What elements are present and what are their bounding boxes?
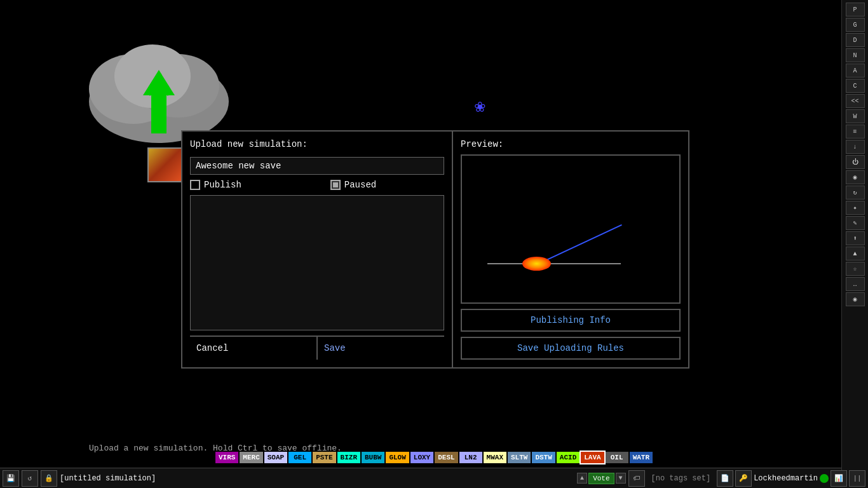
status-bar: 💾 ↺ 🔒 [untitled simulation] ▲ Vote ▼ 🏷 [… xyxy=(0,468,868,488)
pause-button[interactable]: || xyxy=(849,470,865,487)
element-sltw[interactable]: SLTW xyxy=(508,452,531,463)
element-bizr[interactable]: BIZR xyxy=(337,452,360,463)
dialog-right-panel: Preview: Publishing Info Save Uploading … xyxy=(453,132,688,367)
dialog-left-panel: Upload new simulation: Publish Paused Ca… xyxy=(182,132,453,367)
publishing-info-button[interactable]: Publishing Info xyxy=(461,309,681,332)
element-soap[interactable]: SOAP xyxy=(264,452,287,463)
vote-down-arrow[interactable]: ▼ xyxy=(616,473,626,484)
element-pste[interactable]: PSTE xyxy=(313,452,336,463)
save-thumbnail xyxy=(147,147,182,182)
element-loxy[interactable]: LOXY xyxy=(410,452,433,463)
dialog-footer: Cancel Save xyxy=(190,336,444,360)
save-button[interactable]: Save xyxy=(316,337,444,360)
vote-up-arrow[interactable]: ▲ xyxy=(577,473,587,484)
options-row: Publish Paused xyxy=(190,180,444,190)
element-ln2[interactable]: LN2 xyxy=(459,452,482,463)
element-bar: VIRSMERCSOAPGELPSTEBIZRBUBWGLOWLOXYDESLL… xyxy=(0,449,868,466)
save-file-icon[interactable]: 📄 xyxy=(717,470,733,487)
sidebar-btn-8[interactable]: ≡ xyxy=(846,125,865,139)
dialog-title: Upload new simulation: xyxy=(190,139,444,149)
sidebar-btn-13[interactable]: ✦ xyxy=(846,201,865,215)
save-icon[interactable]: 💾 xyxy=(3,470,19,487)
stats-icon[interactable]: 📊 xyxy=(831,470,847,487)
sidebar-btn-2[interactable]: D xyxy=(846,33,865,47)
sidebar-btn-3[interactable]: N xyxy=(846,48,865,62)
sidebar-btn-19[interactable]: ◉ xyxy=(846,292,865,306)
sidebar-btn-6[interactable]: << xyxy=(846,94,865,108)
sidebar-btn-1[interactable]: G xyxy=(846,18,865,32)
sim-line xyxy=(487,263,621,264)
element-lava[interactable]: LAVA xyxy=(581,452,604,463)
right-sidebar: PGDNAC<<W≡↓⏻◉↻✦✎⬆▲☆…◉ xyxy=(841,0,868,470)
save-uploading-rules-button[interactable]: Save Uploading Rules xyxy=(461,337,681,360)
sidebar-btn-5[interactable]: C xyxy=(846,79,865,93)
sidebar-btn-16[interactable]: ▲ xyxy=(846,247,865,261)
publish-label: Publish xyxy=(204,180,241,190)
key-icon[interactable]: 🔑 xyxy=(735,470,752,487)
element-mwax[interactable]: MWAX xyxy=(484,452,506,463)
tag-edit-icon[interactable]: 🏷 xyxy=(628,470,645,487)
reload-icon[interactable]: ↺ xyxy=(22,470,38,487)
blue-particle: ❀ xyxy=(475,95,485,117)
sidebar-btn-10[interactable]: ⏻ xyxy=(846,155,865,169)
status-right: 📄 🔑 Lockheedmartin 📊 || xyxy=(717,470,865,487)
online-indicator xyxy=(820,474,829,483)
description-textarea[interactable] xyxy=(190,195,444,330)
sim-beam xyxy=(541,224,622,263)
upload-dialog: Upload new simulation: Publish Paused Ca… xyxy=(181,130,689,369)
element-oil[interactable]: OIL xyxy=(606,452,628,463)
sidebar-btn-18[interactable]: … xyxy=(846,277,865,291)
preview-canvas xyxy=(462,156,679,302)
paused-option[interactable]: Paused xyxy=(330,180,376,190)
element-merc[interactable]: MERC xyxy=(240,452,262,463)
sidebar-btn-9[interactable]: ↓ xyxy=(846,140,865,154)
sidebar-btn-14[interactable]: ✎ xyxy=(846,216,865,230)
sidebar-btn-11[interactable]: ◉ xyxy=(846,170,865,184)
publish-option[interactable]: Publish xyxy=(190,180,241,190)
element-glow[interactable]: GLOW xyxy=(386,452,409,463)
simulation-title: [untitled simulation] xyxy=(60,474,574,483)
sidebar-btn-17[interactable]: ☆ xyxy=(846,262,865,276)
sim-glow xyxy=(522,257,551,271)
element-acid[interactable]: ACID xyxy=(557,452,580,463)
element-bubw[interactable]: BUBW xyxy=(362,452,384,463)
preview-box xyxy=(461,154,681,304)
paused-label: Paused xyxy=(344,180,376,190)
sidebar-btn-12[interactable]: ↻ xyxy=(846,186,865,200)
element-desl[interactable]: DESL xyxy=(435,452,458,463)
vote-area: ▲ Vote ▼ xyxy=(577,473,625,484)
simulation-name-input[interactable] xyxy=(190,157,444,175)
sidebar-btn-0[interactable]: P xyxy=(846,3,865,17)
lock-icon[interactable]: 🔒 xyxy=(41,470,57,487)
element-dstw[interactable]: DSTW xyxy=(532,452,555,463)
sidebar-btn-4[interactable]: A xyxy=(846,64,865,78)
preview-label: Preview: xyxy=(461,139,681,149)
sidebar-btn-15[interactable]: ⬆ xyxy=(846,231,865,245)
tags-label: [no tags set] xyxy=(648,474,715,483)
username-label: Lockheedmartin xyxy=(754,474,818,483)
element-gel[interactable]: GEL xyxy=(288,452,311,463)
cancel-button[interactable]: Cancel xyxy=(190,337,316,360)
sidebar-btn-7[interactable]: W xyxy=(846,109,865,123)
element-virs[interactable]: VIRS xyxy=(215,452,238,463)
paused-checkbox[interactable] xyxy=(330,180,341,190)
publish-checkbox[interactable] xyxy=(190,180,200,190)
element-watr[interactable]: WATR xyxy=(630,452,653,463)
vote-button[interactable]: Vote xyxy=(588,473,614,484)
